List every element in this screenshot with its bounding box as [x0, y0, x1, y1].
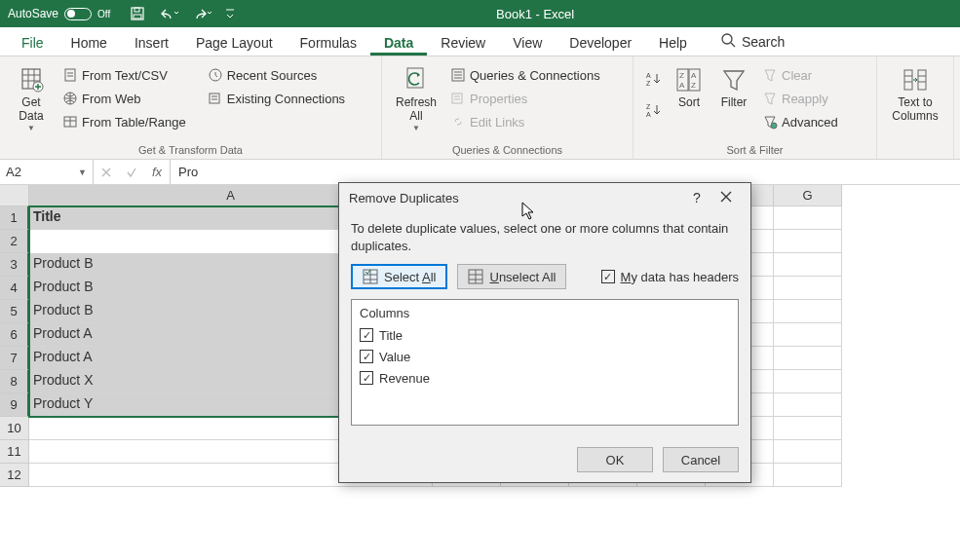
refresh-icon: [401, 64, 432, 95]
get-data-button[interactable]: Get Data ▼: [8, 60, 55, 144]
svg-rect-6: [65, 69, 75, 81]
column-checkbox-value[interactable]: ✓Value: [360, 346, 730, 367]
label: From Text/CSV: [82, 68, 168, 83]
queries-connections-button[interactable]: Queries & Connections: [446, 64, 604, 86]
label: OK: [606, 453, 625, 467]
tab-review[interactable]: Review: [427, 29, 499, 56]
row-header[interactable]: 1: [0, 206, 29, 230]
close-button[interactable]: [711, 190, 741, 205]
row-header[interactable]: 9: [0, 393, 29, 417]
redo-icon[interactable]: [192, 7, 211, 20]
sort-desc-icon: ZA: [645, 102, 661, 118]
formula-input[interactable]: Pro: [171, 160, 960, 184]
autosave-toggle[interactable]: AutoSave Off: [8, 7, 110, 20]
filter-icon: [718, 64, 749, 95]
sort-asc-button[interactable]: AZ: [641, 68, 665, 90]
tab-insert[interactable]: Insert: [121, 29, 182, 56]
connections-icon: [208, 91, 223, 106]
select-all-button[interactable]: Select All: [351, 264, 447, 289]
undo-icon[interactable]: [159, 7, 178, 20]
tab-file[interactable]: File: [8, 29, 58, 56]
cell[interactable]: [774, 230, 842, 253]
filter-button[interactable]: Filter: [713, 60, 754, 144]
svg-rect-1: [134, 8, 139, 12]
group-label: Sort & Filter: [641, 144, 868, 157]
svg-text:A: A: [646, 72, 651, 79]
label: Select All: [384, 270, 436, 284]
cell[interactable]: [774, 206, 842, 230]
column-header-g[interactable]: G: [774, 185, 842, 206]
dialog-titlebar[interactable]: Remove Duplicates ?: [339, 183, 750, 212]
tab-formulas[interactable]: Formulas: [287, 29, 370, 56]
row-header[interactable]: 6: [0, 323, 29, 347]
from-table-range-button[interactable]: From Table/Range: [58, 111, 190, 132]
file-icon: [62, 67, 78, 83]
cell[interactable]: [774, 393, 842, 417]
label: Recent Sources: [227, 68, 318, 83]
data-has-headers-checkbox[interactable]: ✓ My data has headers: [601, 270, 739, 284]
help-button[interactable]: ?: [682, 190, 711, 205]
row-header[interactable]: 8: [0, 370, 29, 393]
tab-page-layout[interactable]: Page Layout: [182, 29, 287, 56]
row-header[interactable]: 7: [0, 347, 29, 370]
quick-access-toolbar: [130, 6, 235, 21]
cell[interactable]: [774, 300, 842, 323]
search-button[interactable]: Search: [720, 32, 785, 56]
tab-help[interactable]: Help: [645, 29, 701, 56]
insert-function-button[interactable]: fx: [144, 165, 170, 179]
cell[interactable]: [774, 277, 842, 300]
row-header[interactable]: 3: [0, 253, 29, 277]
edit-links-button[interactable]: Edit Links: [446, 111, 604, 132]
svg-text:A: A: [646, 111, 651, 118]
text-to-columns-button[interactable]: Text to Columns: [885, 60, 945, 157]
sort-desc-button[interactable]: ZA: [641, 99, 665, 121]
cell[interactable]: [774, 323, 842, 347]
cancel-button[interactable]: Cancel: [663, 447, 739, 472]
label: Clear: [782, 68, 812, 83]
reapply-filter-button[interactable]: Reapply: [758, 88, 842, 109]
unselect-all-button[interactable]: Unselect All: [457, 264, 566, 289]
select-all-corner[interactable]: [0, 185, 29, 206]
row-header[interactable]: 4: [0, 277, 29, 300]
cell[interactable]: [774, 253, 842, 277]
cell[interactable]: [774, 347, 842, 370]
advanced-filter-button[interactable]: Advanced: [758, 111, 842, 132]
tab-home[interactable]: Home: [58, 29, 121, 56]
properties-button[interactable]: Properties: [446, 88, 604, 109]
ok-button[interactable]: OK: [577, 447, 653, 472]
cell[interactable]: [774, 464, 842, 487]
cell[interactable]: [774, 440, 842, 464]
row-header[interactable]: 2: [0, 230, 29, 253]
from-text-csv-button[interactable]: From Text/CSV: [58, 64, 190, 86]
chevron-down-icon: ▼: [412, 124, 420, 133]
label: Title: [379, 328, 403, 343]
recent-sources-button[interactable]: Recent Sources: [204, 64, 349, 86]
sort-icon: ZAAZ: [673, 64, 705, 95]
clear-filter-button[interactable]: Clear: [758, 64, 842, 86]
save-icon[interactable]: [130, 6, 145, 21]
cell[interactable]: [774, 370, 842, 393]
cell[interactable]: [774, 417, 842, 440]
row-header[interactable]: 10: [0, 417, 29, 440]
row-header[interactable]: 12: [0, 464, 29, 487]
existing-connections-button[interactable]: Existing Connections: [204, 88, 349, 109]
group-queries-connections: Refresh All ▼ Queries & Connections Prop…: [382, 56, 634, 159]
tab-developer[interactable]: Developer: [556, 29, 645, 56]
sort-asc-icon: AZ: [645, 71, 661, 87]
refresh-all-button[interactable]: Refresh All ▼: [390, 60, 442, 144]
row-header[interactable]: 5: [0, 300, 29, 323]
row-header[interactable]: 11: [0, 440, 29, 464]
ribbon: Get Data ▼ From Text/CSV From Web From T…: [0, 56, 960, 160]
svg-text:Z: Z: [679, 71, 684, 80]
cancel-formula-button[interactable]: [94, 167, 119, 178]
qat-more-icon[interactable]: [225, 7, 235, 20]
from-web-button[interactable]: From Web: [58, 88, 190, 109]
tab-data[interactable]: Data: [370, 29, 427, 56]
column-checkbox-title[interactable]: ✓Title: [360, 324, 730, 346]
sort-button[interactable]: ZAAZ Sort: [669, 60, 710, 144]
tab-view[interactable]: View: [499, 29, 556, 56]
name-box[interactable]: A2 ▼: [0, 160, 94, 184]
enter-formula-button[interactable]: [119, 167, 144, 178]
column-checkbox-revenue[interactable]: ✓Revenue: [360, 367, 730, 389]
svg-point-3: [722, 34, 732, 44]
